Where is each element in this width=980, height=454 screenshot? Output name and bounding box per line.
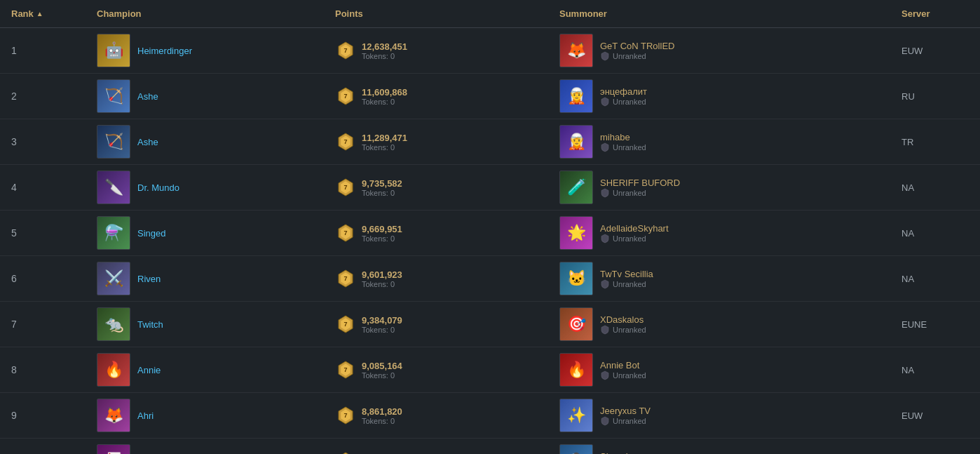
points-cell: 7 8,861,820 Tokens: 0 [329, 399, 554, 432]
server-cell: EUW [896, 405, 980, 427]
champion-name[interactable]: Ashe [137, 91, 158, 102]
summoner-name[interactable]: SHERIFF BUFORD [600, 178, 680, 188]
champion-avatar: 🤖 [97, 34, 130, 67]
summoner-header: Summoner [554, 6, 896, 22]
summoner-name[interactable]: TwTv Secillia [600, 269, 653, 279]
mastery-icon: 7 [335, 222, 356, 243]
champion-name[interactable]: Annie [137, 365, 161, 375]
rank-header[interactable]: Rank ▲ [0, 6, 91, 22]
champion-icon: 🏹 [104, 133, 123, 151]
tokens-value: Tokens: 0 [362, 143, 407, 152]
server-value: RU [901, 91, 915, 102]
rank-cell: 4 [0, 176, 91, 199]
rank-label: Rank [11, 8, 34, 19]
tokens-value: Tokens: 0 [362, 280, 402, 288]
points-value: 9,085,164 [362, 361, 402, 371]
champion-cell: 🏹 Ashe [91, 119, 329, 164]
points-value: 9,601,923 [362, 269, 402, 280]
table-row[interactable]: 8 🔥 Annie 7 9,085,164 Tokens: 0 🔥 Annie … [0, 347, 980, 393]
table-row[interactable]: 1 🤖 Heimerdinger 7 12,638,451 Tokens: 0 … [0, 28, 980, 74]
rank-cell: 5 [0, 222, 91, 244]
champion-cell: ⚗️ Singed [91, 211, 329, 255]
points-value: 8,861,820 [362, 406, 402, 417]
unranked-shield-icon [600, 188, 610, 198]
summoner-label: Summoner [559, 8, 607, 19]
rank-cell: 2 [0, 85, 91, 107]
summoner-name[interactable]: XDaskalos [600, 314, 646, 325]
table-row[interactable]: 9 🦊 Ahri 7 8,861,820 Tokens: 0 ✨ Jeeryxu… [0, 393, 980, 439]
champion-name[interactable]: Dr. Mundo [137, 182, 179, 193]
champion-name[interactable]: Heimerdinger [137, 46, 192, 56]
champion-avatar: 🐀 [97, 307, 130, 341]
champion-name[interactable]: Riven [137, 274, 161, 284]
server-value: NA [901, 182, 914, 193]
table-row[interactable]: 6 ⚔️ Riven 7 9,601,923 Tokens: 0 🐱 TwTv … [0, 256, 980, 302]
summoner-info: энцефалит Unranked [600, 86, 647, 107]
svg-text:7: 7 [343, 321, 347, 328]
summoner-name[interactable]: AdellaideSkyhart [600, 223, 669, 234]
server-value: EUNE [901, 319, 927, 330]
summoner-rank: Unranked [600, 51, 674, 61]
summoner-cell: 🎯 XDaskalos Unranked [554, 302, 896, 347]
rank-cell: 6 [0, 267, 91, 290]
table-header: Rank ▲ Champion Points Summoner Server [0, 0, 980, 28]
summoner-name[interactable]: Shacula [600, 451, 646, 455]
server-cell: NA [896, 359, 980, 381]
unranked-shield-icon [600, 416, 610, 426]
tokens-value: Tokens: 0 [362, 52, 407, 60]
table-row[interactable]: 7 🐀 Twitch 7 9,384,079 Tokens: 0 🎯 XDask… [0, 302, 980, 347]
table-row[interactable]: 5 ⚗️ Singed 7 9,669,951 Tokens: 0 🌟 Adel… [0, 211, 980, 256]
tokens-value: Tokens: 0 [362, 371, 402, 380]
champion-name[interactable]: Twitch [137, 319, 163, 330]
server-value: NA [901, 228, 914, 239]
summoner-icon: 🎯 [567, 315, 586, 333]
points-info: 9,601,923 Tokens: 0 [362, 269, 402, 288]
unranked-shield-icon [600, 51, 610, 61]
summoner-icon: 🐱 [567, 269, 586, 288]
table-row[interactable]: 10 🃏 Shaco 7 8,438,319 Tokens: 0 🐧 Shacu… [0, 439, 980, 454]
champion-name[interactable]: Ashe [137, 137, 158, 147]
champion-cell: 🃏 Shaco [91, 439, 329, 454]
rank-value: 6 [11, 273, 17, 284]
summoner-name[interactable]: mihabe [600, 132, 646, 142]
summoner-info: GeT CoN TRollED Unranked [600, 41, 674, 61]
table-body: 1 🤖 Heimerdinger 7 12,638,451 Tokens: 0 … [0, 28, 980, 454]
points-info: 8,438,319 Tokens: 0 [362, 452, 402, 455]
summoner-icon: ✨ [567, 406, 586, 425]
champion-cell: 🤖 Heimerdinger [91, 28, 329, 73]
rank-value: 2 [11, 91, 17, 102]
summoner-cell: 🧪 SHERIFF BUFORD Unranked [554, 165, 896, 210]
summoner-name[interactable]: энцефалит [600, 86, 647, 97]
champion-header: Champion [91, 6, 329, 22]
mastery-icon: 7 [335, 405, 356, 426]
points-cell: 7 12,638,451 Tokens: 0 [329, 34, 554, 67]
mastery-icon: 7 [335, 131, 356, 152]
table-row[interactable]: 2 🏹 Ashe 7 11,609,868 Tokens: 0 🧝 энцефа… [0, 74, 980, 119]
summoner-rank: Unranked [600, 188, 680, 198]
unranked-shield-icon [600, 370, 610, 380]
champion-avatar: 🦊 [97, 399, 130, 432]
summoner-name[interactable]: Annie Bot [600, 360, 646, 370]
svg-text:7: 7 [343, 275, 347, 282]
table-row[interactable]: 3 🏹 Ashe 7 11,289,471 Tokens: 0 🧝 mihabe [0, 119, 980, 165]
points-cell: 7 11,609,868 Tokens: 0 [329, 80, 554, 112]
table-row[interactable]: 4 🔪 Dr. Mundo 7 9,735,582 Tokens: 0 🧪 SH… [0, 165, 980, 211]
summoner-cell: 🔥 Annie Bot Unranked [554, 347, 896, 392]
tokens-value: Tokens: 0 [362, 98, 407, 106]
summoner-rank: Unranked [600, 325, 646, 335]
champion-name[interactable]: Ahri [137, 410, 154, 421]
points-value: 11,609,868 [362, 87, 407, 98]
champion-avatar: ⚗️ [97, 216, 130, 250]
mastery-icon: 7 [335, 450, 356, 454]
summoner-name[interactable]: GeT CoN TRollED [600, 41, 674, 51]
champion-avatar: ⚔️ [97, 262, 130, 295]
rank-cell: 3 [0, 131, 91, 153]
champion-icon: 🏹 [104, 87, 123, 105]
champion-icon: 🤖 [104, 41, 123, 60]
summoner-rank: Unranked [600, 370, 646, 380]
unranked-shield-icon [600, 325, 610, 335]
summoner-name[interactable]: Jeeryxus TV [600, 406, 651, 416]
points-info: 8,861,820 Tokens: 0 [362, 406, 402, 425]
points-info: 12,638,451 Tokens: 0 [362, 41, 407, 60]
champion-name[interactable]: Singed [137, 228, 165, 239]
